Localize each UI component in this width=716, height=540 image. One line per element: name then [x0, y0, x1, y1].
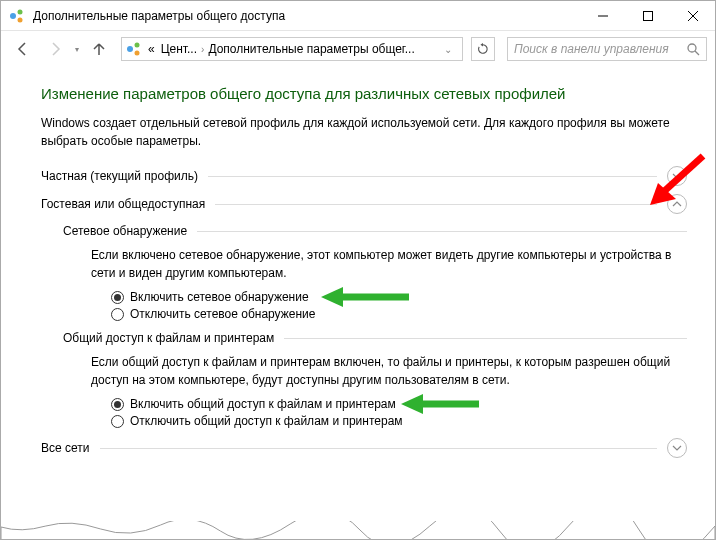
svg-point-2: [18, 17, 23, 22]
svg-line-11: [695, 51, 699, 55]
breadcrumb-bar[interactable]: « Цент... › Дополнительные параметры общ…: [121, 37, 463, 61]
divider: [284, 338, 687, 339]
nav-up-button[interactable]: [85, 35, 113, 63]
nav-forward-button[interactable]: [41, 35, 69, 63]
profile-private-header[interactable]: Частная (текущий профиль): [41, 166, 687, 186]
radio-icon: [111, 291, 124, 304]
nav-history-dropdown[interactable]: ▾: [73, 45, 81, 54]
radio-sharing-on[interactable]: Включить общий доступ к файлам и принтер…: [111, 397, 687, 411]
close-button[interactable]: [670, 1, 715, 31]
radio-label: Включить общий доступ к файлам и принтер…: [130, 397, 396, 411]
sharing-icon: [126, 41, 142, 57]
refresh-button[interactable]: [471, 37, 495, 61]
section-header: Сетевое обнаружение: [63, 224, 687, 238]
minimize-button[interactable]: [580, 1, 625, 31]
divider: [100, 448, 658, 449]
file-sharing-radio-group: Включить общий доступ к файлам и принтер…: [111, 397, 687, 428]
svg-point-0: [10, 13, 16, 19]
svg-point-8: [135, 43, 140, 48]
radio-label: Включить сетевое обнаружение: [130, 290, 309, 304]
network-discovery-title: Сетевое обнаружение: [63, 224, 187, 238]
radio-label: Отключить общий доступ к файлам и принте…: [130, 414, 403, 428]
radio-sharing-off[interactable]: Отключить общий доступ к файлам и принте…: [111, 414, 687, 428]
svg-rect-4: [643, 12, 652, 21]
svg-point-9: [135, 51, 140, 56]
radio-icon: [111, 308, 124, 321]
window-controls: [580, 1, 715, 30]
radio-icon: [111, 415, 124, 428]
profile-private-title: Частная (текущий профиль): [41, 169, 198, 183]
torn-edge: [1, 521, 715, 540]
profile-all-title: Все сети: [41, 441, 90, 455]
chevron-down-icon[interactable]: [667, 438, 687, 458]
profile-guest-title: Гостевая или общедоступная: [41, 197, 205, 211]
divider: [208, 176, 657, 177]
section-header: Общий доступ к файлам и принтерам: [63, 331, 687, 345]
breadcrumb-separator: ›: [197, 44, 208, 55]
content-area: Изменение параметров общего доступа для …: [1, 67, 715, 474]
search-icon: [686, 42, 700, 56]
titlebar: Дополнительные параметры общего доступа: [1, 1, 715, 31]
divider: [215, 204, 657, 205]
chevron-down-icon[interactable]: [667, 166, 687, 186]
network-discovery-description: Если включено сетевое обнаружение, этот …: [91, 246, 687, 282]
window-title: Дополнительные параметры общего доступа: [33, 9, 580, 23]
search-input[interactable]: Поиск в панели управления: [507, 37, 707, 61]
chevron-up-icon[interactable]: [667, 194, 687, 214]
radio-label: Отключить сетевое обнаружение: [130, 307, 315, 321]
navbar: ▾ « Цент... › Дополнительные параметры о…: [1, 31, 715, 67]
breadcrumb-item[interactable]: Дополнительные параметры общег...: [208, 42, 414, 56]
breadcrumb-dropdown[interactable]: ⌄: [438, 44, 458, 55]
maximize-button[interactable]: [625, 1, 670, 31]
sharing-icon: [9, 8, 25, 24]
svg-point-1: [18, 9, 23, 14]
divider: [197, 231, 687, 232]
network-discovery-radio-group: Включить сетевое обнаружение Отключить с…: [111, 290, 687, 321]
breadcrumb-item[interactable]: Цент...: [161, 42, 197, 56]
svg-point-7: [127, 46, 133, 52]
network-discovery-section: Сетевое обнаружение Если включено сетево…: [63, 224, 687, 321]
breadcrumb-chevrons[interactable]: «: [148, 42, 155, 56]
file-sharing-section: Общий доступ к файлам и принтерам Если о…: [63, 331, 687, 428]
profile-guest-header[interactable]: Гостевая или общедоступная: [41, 194, 687, 214]
nav-back-button[interactable]: [9, 35, 37, 63]
radio-discovery-off[interactable]: Отключить сетевое обнаружение: [111, 307, 687, 321]
radio-icon: [111, 398, 124, 411]
profile-all-header[interactable]: Все сети: [41, 438, 687, 458]
radio-discovery-on[interactable]: Включить сетевое обнаружение: [111, 290, 687, 304]
file-sharing-description: Если общий доступ к файлам и принтерам в…: [91, 353, 687, 389]
page-description: Windows создает отдельный сетевой профил…: [41, 114, 687, 150]
search-placeholder: Поиск в панели управления: [514, 42, 686, 56]
file-sharing-title: Общий доступ к файлам и принтерам: [63, 331, 274, 345]
svg-point-10: [688, 44, 696, 52]
page-title: Изменение параметров общего доступа для …: [41, 85, 687, 102]
